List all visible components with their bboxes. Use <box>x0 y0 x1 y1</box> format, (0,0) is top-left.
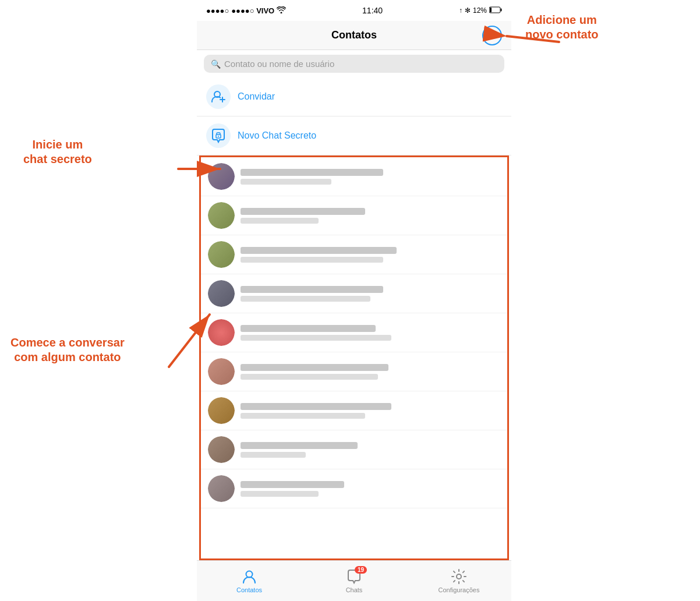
svg-point-7 <box>218 136 219 137</box>
annotation-add-contact: Adicione um novo contato <box>525 13 599 42</box>
nav-bar: Contatos + <box>197 21 511 50</box>
carrier-info: ●●●●○ ●●●●○ VIVO <box>206 6 286 15</box>
invite-action[interactable]: Convidar <box>197 77 511 116</box>
status-bar: ●●●●○ ●●●●○ VIVO 11:40 ↑ ✻ 12% <box>197 0 511 21</box>
signal-dots: ●●●●○ <box>206 6 229 15</box>
configuracoes-icon <box>451 568 467 585</box>
secret-chat-action[interactable]: Novo Chat Secreto <box>197 116 511 155</box>
contact-info-2 <box>241 208 500 224</box>
contact-item-2[interactable] <box>201 196 507 235</box>
clock: 11:40 <box>362 6 383 15</box>
contact-info-6 <box>241 364 500 380</box>
contact-item-8[interactable] <box>201 430 507 469</box>
invite-icon <box>206 84 231 109</box>
contatos-tab-label: Contatos <box>236 586 262 593</box>
avatar-8 <box>208 436 235 463</box>
tab-contatos[interactable]: Contatos <box>197 568 302 593</box>
avatar-1 <box>208 163 235 190</box>
status-right-icons: ↑ ✻ 12% <box>459 6 502 15</box>
contact-info-5 <box>241 325 500 341</box>
secret-chat-label: Novo Chat Secreto <box>238 130 316 141</box>
tab-chats[interactable]: 19 Chats <box>302 568 406 593</box>
svg-point-8 <box>246 571 253 578</box>
contact-list <box>199 155 509 560</box>
svg-rect-1 <box>501 8 502 11</box>
phone-screen: ●●●●○ ●●●●○ VIVO 11:40 ↑ ✻ 12% <box>197 0 511 601</box>
location-icon: ↑ <box>459 6 462 15</box>
contact-info-3 <box>241 247 500 263</box>
avatar-6 <box>208 358 235 385</box>
battery-icon <box>489 6 502 15</box>
contact-item-7[interactable] <box>201 391 507 430</box>
search-placeholder: Contato ou nome de usuário <box>224 59 334 69</box>
avatar-9 <box>208 475 235 502</box>
avatar-4 <box>208 280 235 307</box>
add-contact-button[interactable]: + <box>482 26 502 45</box>
contact-info-1 <box>241 169 500 185</box>
contact-item-6[interactable] <box>201 352 507 391</box>
contact-item-1[interactable] <box>201 157 507 196</box>
chats-tab-label: Chats <box>346 586 363 593</box>
configuracoes-tab-label: Configurações <box>439 586 480 593</box>
chats-badge: 19 <box>355 566 367 574</box>
contact-item-9[interactable] <box>201 469 507 508</box>
contact-info-9 <box>241 481 500 497</box>
avatar-2 <box>208 202 235 229</box>
svg-point-9 <box>457 574 461 579</box>
search-icon: 🔍 <box>211 59 221 69</box>
page-title: Contatos <box>331 29 377 41</box>
search-bar-container: 🔍 Contato ou nome de usuário <box>197 50 511 77</box>
battery-percent: 12% <box>473 6 487 15</box>
invite-label: Convidar <box>238 91 275 102</box>
carrier-name: ●●●●○ VIVO <box>231 6 274 15</box>
wifi-icon <box>277 6 286 15</box>
contact-info-4 <box>241 286 500 302</box>
avatar-5 <box>208 319 235 346</box>
annotation-secret-chat: Inicie um chat secreto <box>23 137 92 167</box>
svg-rect-2 <box>490 8 492 12</box>
secret-chat-icon <box>206 123 231 148</box>
bluetooth-icon: ✻ <box>465 6 471 15</box>
contact-item-5[interactable] <box>201 313 507 352</box>
search-input[interactable]: 🔍 Contato ou nome de usuário <box>204 55 504 73</box>
avatar-3 <box>208 241 235 268</box>
contact-item-3[interactable] <box>201 235 507 274</box>
contact-info-8 <box>241 442 500 458</box>
chats-icon: 19 <box>346 568 362 585</box>
contact-item-4[interactable] <box>201 274 507 313</box>
tab-configuracoes[interactable]: Configurações <box>406 568 511 593</box>
avatar-7 <box>208 397 235 424</box>
tab-bar: Contatos 19 Chats Configurações <box>197 560 511 601</box>
annotation-start-conversation: Comece a conversar com algum contato <box>10 335 125 365</box>
main-content: 🔍 Contato ou nome de usuário Convidar <box>197 50 511 560</box>
contatos-icon <box>241 568 257 585</box>
contact-info-7 <box>241 403 500 419</box>
